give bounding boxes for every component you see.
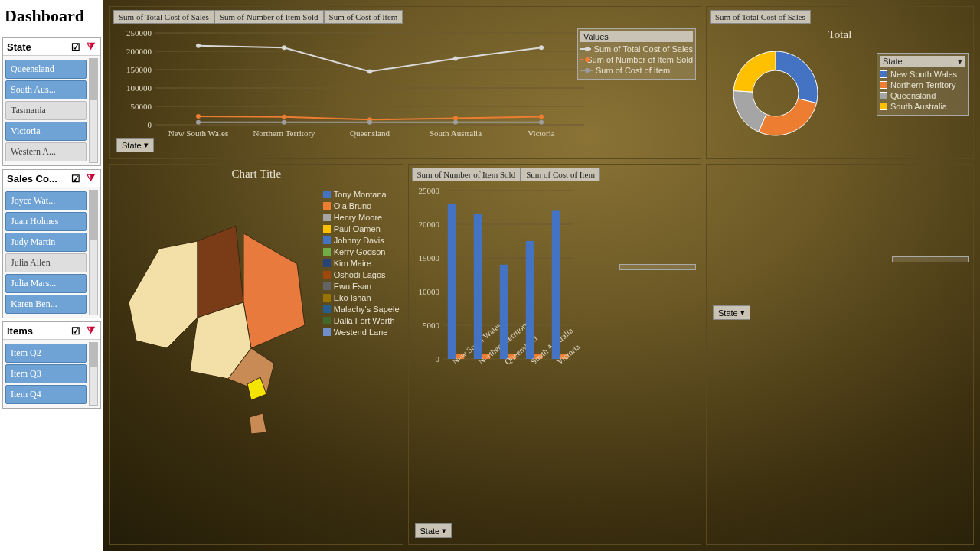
- bar-chart-panel: Sum of Number of Item SoldSum of Cost of…: [408, 164, 702, 545]
- slicer-item[interactable]: Tasmania: [5, 101, 87, 120]
- svg-text:250000: 250000: [126, 28, 152, 37]
- slicer-item[interactable]: Item Q4: [5, 385, 87, 404]
- bar-filter[interactable]: State▾: [415, 523, 452, 538]
- measure-tab[interactable]: Sum of Total Cost of Sales: [113, 10, 214, 24]
- slicer-title: Items: [7, 325, 33, 337]
- slicer-item[interactable]: Judy Martin: [5, 233, 87, 252]
- page-title: Dashboard: [0, 0, 103, 34]
- svg-text:50000: 50000: [131, 102, 152, 111]
- svg-text:Victoria: Victoria: [528, 129, 554, 138]
- svg-text:New South Wales: New South Wales: [168, 129, 228, 138]
- clear-filter-icon[interactable]: ⧩: [84, 41, 96, 53]
- svg-text:20000: 20000: [418, 220, 439, 229]
- slicer-item[interactable]: Julia Allen: [5, 253, 87, 272]
- sidebar: Dashboard State ☑ ⧩ QueenslandSouth Aus.…: [0, 0, 103, 551]
- slicer-item[interactable]: Victoria: [5, 122, 87, 141]
- hbar-legend: [892, 256, 969, 262]
- clear-filter-icon[interactable]: ⧩: [84, 172, 96, 184]
- slicer-item[interactable]: Joyce Wat...: [5, 191, 87, 210]
- map-chart-panel: Chart Title Tony MontanaOla BrunoHenry M…: [109, 164, 403, 545]
- svg-rect-44: [447, 204, 455, 359]
- slicer-item[interactable]: South Aus...: [5, 80, 87, 99]
- funnel-icon: ▾: [442, 526, 446, 536]
- measure-tab[interactable]: Sum of Number of Item Sold: [214, 10, 324, 24]
- funnel-icon: ▾: [740, 308, 745, 318]
- svg-text:0: 0: [435, 354, 439, 364]
- svg-text:25000: 25000: [418, 186, 439, 195]
- slicer-item[interactable]: Item Q2: [5, 344, 87, 363]
- slicer-item[interactable]: Queensland: [5, 60, 87, 79]
- measure-tab[interactable]: Sum of Cost of Item: [324, 10, 403, 24]
- slicer-sales: Sales Co... ☑ ⧩ Joyce Wat...Juan HolmesJ…: [2, 169, 101, 318]
- donut-legend: State▾New South WalesNorthern TerritoryQ…: [877, 53, 969, 116]
- map-title: Chart Title: [110, 165, 403, 184]
- slicer-items: Items ☑ ⧩ Item Q2Item Q3Item Q4: [2, 321, 101, 409]
- svg-text:South Australia: South Australia: [430, 129, 482, 138]
- multiselect-icon[interactable]: ☑: [70, 172, 82, 184]
- svg-text:100000: 100000: [126, 83, 152, 93]
- svg-text:Northern Territory: Northern Territory: [253, 129, 315, 138]
- svg-text:0: 0: [148, 120, 152, 129]
- measure-tab[interactable]: Sum of Number of Item Sold: [412, 168, 521, 181]
- clear-filter-icon[interactable]: ⧩: [84, 324, 96, 337]
- donut-tab[interactable]: Sum of Total Cost of Sales: [710, 10, 811, 24]
- line-chart-tabs: Sum of Total Cost of SalesSum of Number …: [113, 10, 701, 24]
- multiselect-icon[interactable]: ☑: [70, 324, 82, 337]
- svg-rect-50: [499, 265, 507, 359]
- slicer-item[interactable]: Juan Holmes: [5, 212, 87, 231]
- hbar-chart-panel: State▾: [706, 164, 974, 545]
- bar-tabs: Sum of Number of Item SoldSum of Cost of…: [412, 168, 701, 181]
- measure-tab[interactable]: Sum of Cost of Item: [521, 168, 600, 181]
- svg-rect-56: [551, 210, 559, 359]
- scrollbar[interactable]: [89, 342, 98, 406]
- svg-text:200000: 200000: [126, 47, 152, 56]
- svg-text:10000: 10000: [418, 287, 439, 296]
- multiselect-icon[interactable]: ☑: [70, 41, 82, 53]
- svg-text:5000: 5000: [423, 321, 440, 330]
- line-chart-panel: Sum of Total Cost of SalesSum of Number …: [109, 6, 701, 159]
- state-filter-chip[interactable]: State ▾: [116, 138, 154, 152]
- slicer-title: Sales Co...: [7, 173, 57, 184]
- map-legend: Tony MontanaOla BrunoHenry MoorePaul Oam…: [323, 187, 400, 339]
- funnel-icon: ▾: [144, 140, 149, 150]
- svg-text:15000: 15000: [418, 253, 439, 262]
- slicer-state: State ☑ ⧩ QueenslandSouth Aus...Tasmania…: [2, 37, 101, 166]
- svg-text:Queensland: Queensland: [350, 129, 390, 138]
- donut-chart-panel: Sum of Total Cost of Sales Total State▾N…: [706, 6, 974, 159]
- svg-rect-53: [525, 241, 533, 359]
- filter-label: State: [122, 141, 142, 150]
- slicer-item[interactable]: Item Q3: [5, 364, 87, 383]
- slicer-item[interactable]: Karen Ben...: [5, 295, 87, 314]
- bar-legend: [619, 264, 696, 270]
- svg-rect-47: [473, 214, 481, 359]
- scrollbar[interactable]: [89, 58, 98, 163]
- line-chart-legend: ValuesSum of Total Cost of SalesSum of N…: [577, 28, 696, 80]
- slicer-title: State: [7, 41, 31, 53]
- svg-text:150000: 150000: [126, 65, 152, 74]
- scrollbar[interactable]: [89, 190, 98, 315]
- slicer-item[interactable]: Julia Mars...: [5, 274, 87, 293]
- slicer-item[interactable]: Western A...: [5, 142, 87, 161]
